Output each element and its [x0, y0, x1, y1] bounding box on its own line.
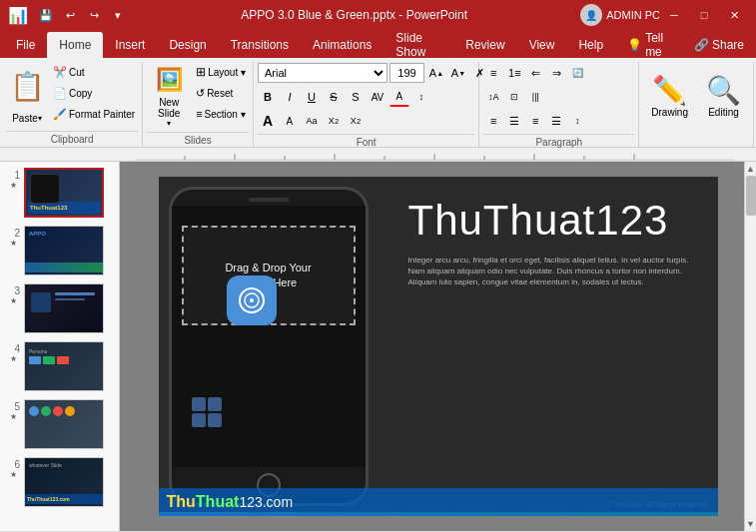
scroll-down-btn[interactable]: ▼	[746, 519, 755, 529]
font-name-row: Arial A▲ A▼ ✗	[258, 62, 490, 84]
tab-design[interactable]: Design	[157, 32, 218, 58]
text-align-btn[interactable]: ⊡	[504, 87, 524, 107]
para-row1: ≡ 1≡ ⇐ ⇒ 🔄	[483, 62, 634, 84]
copy-btn[interactable]: 📄 Copy	[50, 83, 138, 103]
slide-thumb-2[interactable]: 2 ★ APPO	[4, 224, 115, 277]
tab-home[interactable]: Home	[47, 32, 103, 58]
save-quick-btn[interactable]: 💾	[36, 5, 56, 25]
increase-font-btn[interactable]: A▲	[426, 63, 446, 83]
tab-share[interactable]: 🔗Share	[682, 32, 756, 58]
align-left-btn[interactable]: ≡	[483, 111, 503, 131]
vertical-scrollbar[interactable]: ▲ ▼	[744, 162, 756, 531]
username-label: ADMIN PC	[606, 9, 660, 21]
redo-quick-btn[interactable]: ↪	[84, 5, 104, 25]
scroll-up-btn[interactable]: ▲	[746, 164, 755, 174]
cut-btn[interactable]: ✂️ Cut	[50, 62, 138, 82]
undo-quick-btn[interactable]: ↩	[60, 5, 80, 25]
superscript-btn[interactable]: X2	[346, 111, 366, 131]
font-size-down-btn[interactable]: A	[280, 111, 300, 131]
slide-img-6[interactable]: ThuThuat123.com whatever Slide	[24, 457, 104, 507]
decrease-indent-btn[interactable]: ⇐	[525, 63, 545, 83]
watermark-text2: Thuat	[196, 493, 240, 511]
strikethrough-btn[interactable]: S	[324, 87, 344, 107]
line-spacing-btn[interactable]: ↕	[567, 111, 587, 131]
text-shadow-btn[interactable]: S	[346, 87, 366, 107]
tab-tell-me[interactable]: 💡Tell me	[615, 32, 682, 58]
editing-label: Editing	[708, 107, 739, 118]
tab-view[interactable]: View	[517, 32, 567, 58]
share-icon: 🔗	[694, 38, 709, 52]
lightbulb-icon: 💡	[627, 38, 642, 52]
svg-point-14	[250, 298, 254, 302]
tab-file[interactable]: File	[4, 32, 47, 58]
editing-btn[interactable]: 🔍 Editing	[698, 62, 749, 130]
slide-phone: Drag & Drop YourImage Here	[169, 187, 369, 506]
smart-art-convert-btn[interactable]: 🔄	[567, 63, 587, 83]
maximize-btn[interactable]: □	[690, 5, 718, 25]
new-slide-label: NewSlide	[158, 97, 180, 119]
caps-btn[interactable]: Aa	[302, 111, 322, 131]
layout-btn[interactable]: ⊞ Layout ▾	[193, 62, 249, 82]
bullets-btn[interactable]: ≡	[483, 63, 503, 83]
columns-btn[interactable]: |||	[525, 87, 545, 107]
slides-content: 🖼️ NewSlide ▾ ⊞ Layout ▾ ↺ Reset ≡ Secti…	[147, 62, 249, 130]
slide-thumb-5[interactable]: 5 ★	[4, 397, 115, 451]
text-dir-btn[interactable]: ↕A	[483, 87, 503, 107]
tab-animations[interactable]: Animations	[301, 32, 383, 58]
editing-icon: 🔍	[706, 74, 741, 107]
align-right-btn[interactable]: ≡	[525, 111, 545, 131]
slide-thumb-1[interactable]: 1 ★ ThuThuat123	[4, 166, 115, 220]
watermark-domain: 123.com	[239, 494, 293, 510]
tab-insert[interactable]: Insert	[103, 32, 157, 58]
font-name-select[interactable]: Arial	[258, 63, 387, 83]
section-btn[interactable]: ≡ Section ▾	[193, 104, 249, 124]
close-btn[interactable]: ✕	[720, 5, 748, 25]
drawing-label: Drawing	[651, 107, 688, 118]
tab-transitions[interactable]: Transitions	[219, 32, 301, 58]
slide-img-2[interactable]: APPO	[24, 226, 104, 275]
font-color-btn[interactable]: A	[389, 87, 409, 107]
paste-dropdown-btn[interactable]: Paste ▾	[8, 110, 46, 126]
reset-btn[interactable]: ↺ Reset	[193, 83, 249, 103]
drawing-btn[interactable]: ✏️ Drawing	[643, 62, 696, 130]
slide-img-3[interactable]	[24, 283, 104, 333]
section-label: Section ▾	[205, 109, 246, 120]
italic-btn[interactable]: I	[280, 87, 300, 107]
font-size-up-btn[interactable]: A	[258, 111, 278, 131]
paste-btn[interactable]: 📋 Paste ▾	[6, 62, 48, 126]
slide-img-5[interactable]	[24, 399, 104, 449]
align-center-btn[interactable]: ☰	[504, 111, 524, 131]
tab-review[interactable]: Review	[453, 32, 516, 58]
font-options-expand[interactable]: ↕	[411, 87, 431, 107]
numbering-btn[interactable]: 1≡	[504, 63, 524, 83]
paste-main-btn[interactable]: 📋	[6, 62, 48, 110]
new-slide-btn[interactable]: 🖼️ NewSlide ▾	[147, 62, 191, 130]
subscript-btn[interactable]: X2	[324, 111, 344, 131]
slide-thumb-4[interactable]: 4 ★ Persons	[4, 339, 115, 393]
char-spacing-btn[interactable]: AV	[368, 87, 387, 107]
justify-btn[interactable]: ☰	[546, 111, 566, 131]
scroll-thumb[interactable]	[746, 176, 756, 216]
window-controls: ─ □ ✕	[660, 5, 748, 25]
layout-icon: ⊞	[196, 65, 206, 79]
slide-img-1[interactable]: ThuThuat123	[24, 168, 104, 218]
tab-slideshow[interactable]: Slide Show	[383, 32, 453, 58]
ribbon-tab-bar: File Home Insert Design Transitions Anim…	[0, 30, 756, 58]
format-painter-btn[interactable]: 🖌️ Format Painter	[50, 104, 138, 124]
increase-indent-btn[interactable]: ⇒	[546, 63, 566, 83]
cut-copy-format-area: ✂️ Cut 📄 Copy 🖌️ Format Painter	[50, 62, 138, 124]
slide-panel-inner[interactable]: 1 ★ ThuThuat123 2 ★ APPO	[0, 162, 119, 531]
slide-star-6: ★	[10, 470, 17, 479]
slide-thumb-6[interactable]: 6 ★ ThuThuat123.com whatever Slide	[4, 455, 115, 509]
slide-thumb-3[interactable]: 3 ★	[4, 281, 115, 335]
slide-canvas[interactable]: Drag & Drop YourImage Here	[159, 177, 718, 516]
decrease-font-btn[interactable]: A▼	[448, 63, 468, 83]
minimize-btn[interactable]: ─	[660, 5, 688, 25]
tab-help[interactable]: Help	[566, 32, 615, 58]
font-size-input[interactable]	[389, 63, 424, 83]
mini-icon-2	[208, 397, 222, 411]
underline-btn[interactable]: U	[302, 87, 322, 107]
customize-quick-btn[interactable]: ▾	[108, 5, 128, 25]
slide-img-4[interactable]: Persons	[24, 341, 104, 391]
bold-btn[interactable]: B	[258, 87, 278, 107]
